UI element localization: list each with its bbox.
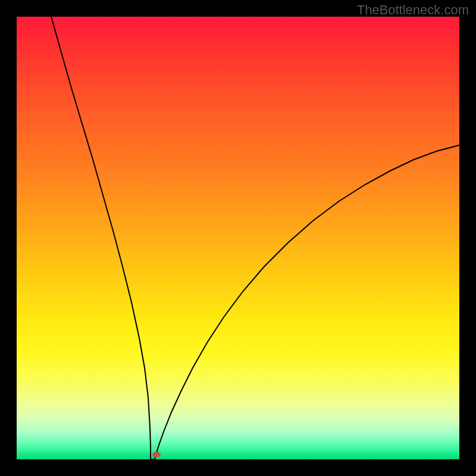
plot-area	[17, 17, 459, 459]
bottleneck-curve	[51, 17, 459, 459]
curve-svg	[17, 17, 459, 459]
optimal-point-marker	[152, 452, 161, 458]
watermark-text: TheBottleneck.com	[357, 2, 469, 18]
